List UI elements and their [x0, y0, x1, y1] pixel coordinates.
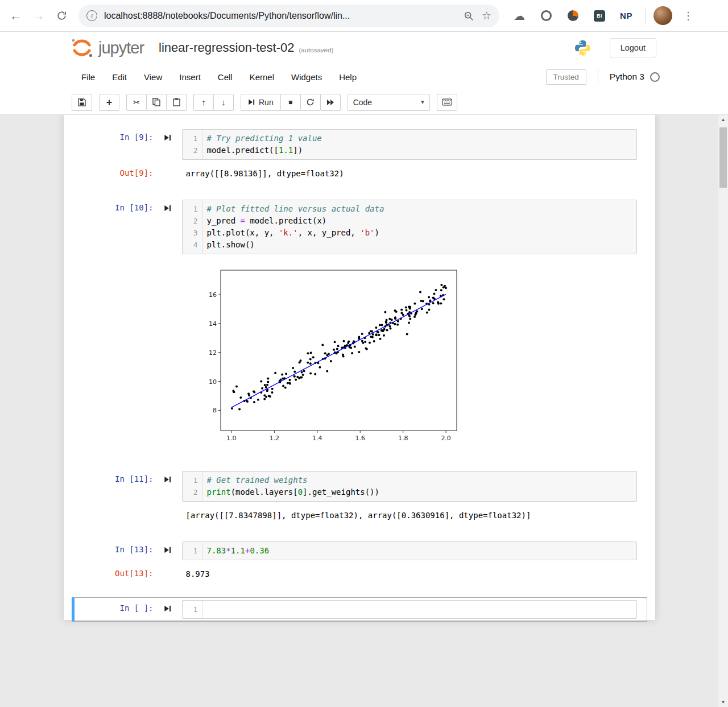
- input-prompt: In [10]:: [75, 200, 154, 212]
- np-extension-icon[interactable]: NP: [620, 10, 632, 22]
- notebook-title[interactable]: linear-regression-test-02: [159, 40, 294, 55]
- menubar: FileEditViewInsertCellKernelWidgetsHelp …: [0, 64, 728, 90]
- code-cell[interactable]: In [9]:12# Try predicting 1 valuemodel.p…: [72, 126, 647, 182]
- cut-cell-button[interactable]: ✂: [126, 94, 147, 111]
- scatter-plot-svg: 1.01.21.41.61.82.0810121416: [206, 266, 465, 448]
- scroll-down-icon[interactable]: ▼: [718, 697, 728, 707]
- url-text[interactable]: localhost:8888/notebooks/Documents/Pytho…: [104, 11, 456, 21]
- menubar-items: FileEditViewInsertCellKernelWidgetsHelp: [73, 69, 365, 85]
- svg-text:2.0: 2.0: [441, 435, 451, 442]
- svg-text:1.8: 1.8: [398, 435, 408, 442]
- jupyter-wordmark[interactable]: jupyter: [98, 39, 144, 57]
- code-editor[interactable]: 1234# Plot fitted line versus actual dat…: [182, 200, 637, 254]
- back-icon[interactable]: ←: [5, 5, 27, 27]
- line-numbers: 1: [183, 601, 202, 618]
- run-cell-glyph: [164, 605, 171, 613]
- zoom-icon[interactable]: [464, 11, 474, 21]
- bookmark-star-icon[interactable]: ☆: [482, 9, 491, 22]
- arrow-up-icon: ↑: [201, 98, 206, 106]
- scroll-up-icon[interactable]: ▲: [718, 115, 728, 125]
- line-numbers: 1: [183, 542, 202, 560]
- run-label: Run: [259, 98, 274, 107]
- paste-icon: [173, 98, 180, 106]
- move-cell-up-button[interactable]: ↑: [193, 94, 214, 111]
- divider: [598, 68, 598, 85]
- code-cell[interactable]: In [10]:1234# Plot fitted line versus ac…: [72, 197, 647, 453]
- b-extension-icon[interactable]: B!: [593, 10, 606, 22]
- reload-icon[interactable]: [50, 5, 73, 27]
- code-editor[interactable]: 12# Get trained weightsprint(model.layer…: [182, 471, 637, 502]
- browser-menu-icon[interactable]: ⋮: [677, 5, 700, 27]
- code-cell[interactable]: In [11]:12# Get trained weightsprint(mod…: [72, 468, 647, 524]
- code-editor[interactable]: 12# Try predicting 1 valuemodel.predict(…: [182, 129, 637, 160]
- code-cell[interactable]: In [ ]:1: [72, 597, 647, 622]
- python-logo-icon: [574, 39, 592, 57]
- copy-cell-button[interactable]: [146, 94, 167, 111]
- add-cell-button[interactable]: +: [99, 94, 119, 111]
- forward-icon[interactable]: →: [27, 5, 50, 27]
- extension-icons: ☁ B! NP: [513, 10, 632, 22]
- menu-widgets[interactable]: Widgets: [283, 69, 330, 85]
- menu-file[interactable]: File: [73, 69, 104, 85]
- spacer: [154, 568, 182, 573]
- output-prompt: Out[13]:: [75, 568, 154, 578]
- plus-icon: +: [106, 97, 113, 108]
- save-button[interactable]: [72, 94, 92, 111]
- scissors-icon: ✂: [133, 98, 140, 106]
- code-text: # Plot fitted line versus actual datay_p…: [202, 200, 636, 254]
- run-cell-icon[interactable]: [154, 200, 182, 212]
- svg-text:1.2: 1.2: [269, 435, 279, 442]
- code-cell[interactable]: In [13]:17.83*1.1+0.36Out[13]:8.973: [72, 539, 647, 582]
- run-cell-icon[interactable]: [154, 541, 182, 554]
- logout-button[interactable]: Logout: [610, 38, 656, 57]
- scrollbar[interactable]: ▲ ▼: [718, 115, 728, 707]
- menu-cell[interactable]: Cell: [209, 69, 241, 85]
- paste-cell-button[interactable]: [166, 94, 187, 111]
- kernel-indicator: Python 3: [610, 72, 660, 82]
- cell-output: 1.01.21.41.61.82.0810121416: [182, 262, 647, 450]
- menu-insert[interactable]: Insert: [171, 69, 209, 85]
- menu-view[interactable]: View: [135, 69, 171, 85]
- ring-extension-icon[interactable]: [540, 10, 552, 22]
- cell-output: [array([[7.8347898]], dtype=float32), ar…: [182, 510, 647, 521]
- line-numbers: 12: [183, 472, 202, 501]
- run-cell-icon[interactable]: [154, 600, 182, 613]
- run-button[interactable]: Run: [241, 94, 281, 111]
- svg-text:16: 16: [209, 291, 217, 299]
- restart-kernel-button[interactable]: [300, 94, 321, 111]
- cloud-extension-icon[interactable]: ☁: [513, 10, 526, 22]
- restart-run-all-button[interactable]: [320, 94, 341, 111]
- menu-help[interactable]: Help: [330, 69, 365, 85]
- scrollbar-thumb[interactable]: [719, 127, 727, 188]
- address-bar[interactable]: i localhost:8888/notebooks/Documents/Pyt…: [78, 5, 499, 27]
- run-cell-icon[interactable]: [154, 471, 182, 483]
- spacer: [154, 168, 182, 172]
- notebook-header: jupyter linear-regression-test-02 (autos…: [0, 32, 728, 64]
- disc-extension-icon[interactable]: [566, 10, 579, 22]
- code-editor[interactable]: 1: [182, 600, 637, 619]
- code-text: 7.83*1.1+0.36: [202, 542, 636, 560]
- cell-type-dropdown[interactable]: Code ▾: [348, 94, 430, 111]
- page-info-icon[interactable]: i: [86, 10, 97, 21]
- trusted-badge[interactable]: Trusted: [546, 69, 586, 85]
- menu-edit[interactable]: Edit: [104, 69, 135, 85]
- cell-output: 8.973: [182, 568, 647, 580]
- run-cell-glyph: [164, 134, 171, 142]
- autosave-status: (autosaved): [299, 43, 333, 53]
- svg-text:14: 14: [209, 320, 217, 328]
- restart-icon: [306, 98, 315, 106]
- menu-kernel[interactable]: Kernel: [241, 69, 283, 85]
- code-text: # Try predicting 1 valuemodel.predict([1…: [202, 130, 636, 159]
- jupyter-logo[interactable]: [69, 35, 94, 60]
- interrupt-kernel-button[interactable]: ■: [280, 94, 301, 111]
- keyboard-icon: [442, 98, 452, 106]
- browser-toolbar: ← → i localhost:8888/notebooks/Documents…: [0, 0, 728, 32]
- move-cell-down-button[interactable]: ↓: [213, 94, 234, 111]
- fast-forward-icon: [326, 99, 334, 106]
- code-editor[interactable]: 17.83*1.1+0.36: [182, 541, 637, 560]
- command-palette-button[interactable]: [437, 94, 457, 111]
- notebook-cells: In [9]:12# Try predicting 1 valuemodel.p…: [64, 126, 655, 622]
- code-text: # Get trained weightsprint(model.layers[…: [202, 472, 636, 501]
- profile-avatar[interactable]: [653, 6, 672, 25]
- run-cell-icon[interactable]: [154, 129, 182, 142]
